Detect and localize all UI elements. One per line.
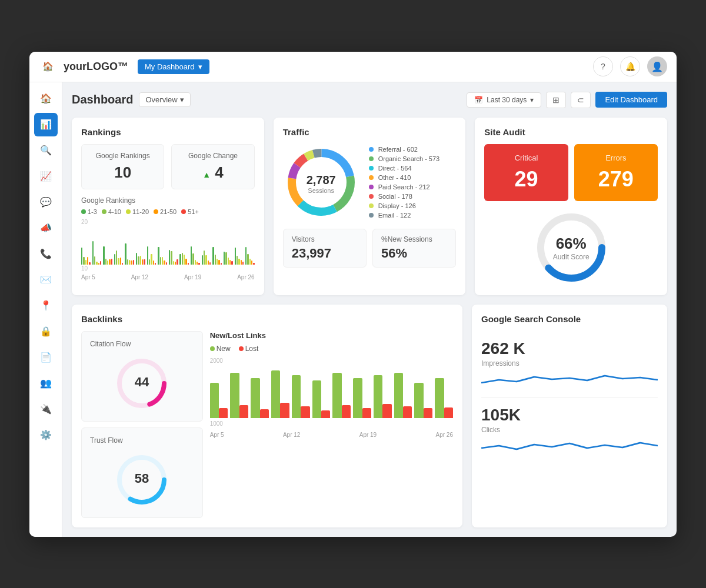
citation-flow-donut: 44 <box>90 354 194 413</box>
donut-center: 2,787 Sessions <box>307 173 336 193</box>
traffic-donut: 2,787 Sessions <box>283 144 359 223</box>
site-audit-title: Site Audit <box>484 127 658 137</box>
sidebar-item-users[interactable]: 👥 <box>34 372 58 395</box>
gsc-card: Google Search Console 262 K Impressions … <box>472 305 667 527</box>
sidebar-item-security[interactable]: 🔒 <box>34 320 58 343</box>
chart-view-button[interactable]: ⊞ <box>546 92 566 108</box>
traffic-sub-metrics: Visitors 23,997 %New Sessions 56% <box>283 229 457 268</box>
gsc-clicks: 105K Clicks <box>481 397 658 463</box>
avatar[interactable]: 👤 <box>647 56 667 76</box>
overview-dropdown[interactable]: Overview ▾ <box>139 92 190 107</box>
sidebar-item-search[interactable]: 🔍 <box>34 139 58 162</box>
sidebar: 🏠 📊 🔍 📈 💬 📣 📞 ✉️ 📍 🔒 📄 👥 🔌 ⚙️ <box>29 82 62 537</box>
sidebar-item-calls[interactable]: 📞 <box>34 242 58 266</box>
traffic-donut-section: 2,787 Sessions Referral - 602Organic Sea… <box>283 144 457 223</box>
new-lost-title: New/Lost Links <box>210 331 453 340</box>
flow-metrics: Citation Flow 44 Tru <box>81 331 203 518</box>
sidebar-item-location[interactable]: 📍 <box>34 294 58 318</box>
visitors-metric: Visitors 23,997 <box>283 229 367 268</box>
page-header: Dashboard Overview ▾ 📅 Last 30 days ▾ ⊞ … <box>72 92 667 108</box>
google-rankings-metric: Google Rankings 10 <box>81 144 164 189</box>
top-row: Rankings Google Rankings 10 Google Chang… <box>72 118 667 295</box>
sidebar-item-email[interactable]: ✉️ <box>34 268 58 292</box>
audit-score-center: 66% Audit Score <box>553 234 590 260</box>
traffic-title: Traffic <box>283 127 457 137</box>
gsc-impressions: 262 K Impressions <box>481 331 658 397</box>
audit-score: 66% Audit Score <box>484 209 658 286</box>
help-button[interactable]: ? <box>593 56 613 76</box>
edit-dashboard-button[interactable]: Edit Dashboard <box>595 92 667 108</box>
rankings-card: Rankings Google Rankings 10 Google Chang… <box>72 118 264 295</box>
audit-top-metrics: Critical 29 Errors 279 <box>484 144 658 201</box>
errors-stat: Errors 279 <box>574 144 658 201</box>
rankings-legend: 1-3 4-10 11-20 21-50 51+ <box>81 208 255 215</box>
traffic-card: Traffic 2,787 Sessions <box>274 118 466 295</box>
rankings-chart: 20 10 Apr 5Apr 12Apr 19Apr 26 <box>81 219 255 266</box>
dashboard-dropdown-button[interactable]: My Dashboard ▾ <box>138 59 209 74</box>
trust-flow-card: Trust Flow 58 <box>81 427 203 518</box>
new-sessions-metric: %New Sessions 56% <box>372 229 456 268</box>
google-change-metric: Google Change ▲ 4 <box>171 144 254 189</box>
rankings-x-labels: Apr 5Apr 12Apr 19Apr 26 <box>81 272 255 280</box>
critical-stat: Critical 29 <box>484 144 568 201</box>
sidebar-item-analytics[interactable]: 📈 <box>34 165 58 188</box>
traffic-legend: Referral - 602Organic Search - 573Direct… <box>369 146 440 221</box>
impressions-sparkline <box>481 371 658 389</box>
backlinks-card: Backlinks Citation Flow 44 <box>72 305 462 527</box>
rankings-chart-title: Google Rankings <box>81 196 255 205</box>
trust-flow-donut: 58 <box>90 450 194 509</box>
backlinks-content: Citation Flow 44 Tru <box>81 331 453 518</box>
notifications-button[interactable]: 🔔 <box>620 56 640 76</box>
sidebar-item-documents[interactable]: 📄 <box>34 346 58 369</box>
sidebar-item-dashboard[interactable]: 📊 <box>34 113 58 136</box>
backlinks-title: Backlinks <box>81 314 453 324</box>
sidebar-item-settings[interactable]: ⚙️ <box>34 423 58 447</box>
sidebar-item-campaigns[interactable]: 📣 <box>34 216 58 240</box>
share-button[interactable]: ⊂ <box>571 92 591 108</box>
gsc-title: Google Search Console <box>481 314 658 324</box>
clicks-sparkline <box>481 437 658 455</box>
logo: yourLOGO™ <box>64 61 128 73</box>
main-content: Dashboard Overview ▾ 📅 Last 30 days ▾ ⊞ … <box>62 82 677 537</box>
rankings-title: Rankings <box>81 127 255 137</box>
home-nav-icon[interactable]: 🏠 <box>39 58 56 75</box>
bottom-row: Backlinks Citation Flow 44 <box>72 305 667 527</box>
nl-x-labels: Apr 5Apr 12Apr 19Apr 26 <box>210 429 453 438</box>
sidebar-item-integrations[interactable]: 🔌 <box>34 397 58 421</box>
new-lost-legend: New Lost <box>210 345 453 353</box>
sidebar-item-chat[interactable]: 💬 <box>34 191 58 214</box>
site-audit-card: Site Audit Critical 29 Errors 279 <box>475 118 667 295</box>
page-title: Dashboard <box>72 93 133 106</box>
citation-flow-card: Citation Flow 44 <box>81 331 203 422</box>
svg-text:44: 44 <box>135 375 149 389</box>
new-lost-links: New/Lost Links New Lost 2000 1000 Apr 5A… <box>210 331 453 518</box>
date-range-button[interactable]: 📅 Last 30 days ▾ <box>467 92 541 108</box>
rankings-metrics: Google Rankings 10 Google Change ▲ 4 <box>81 144 255 189</box>
sidebar-item-home[interactable]: 🏠 <box>34 87 58 111</box>
svg-text:58: 58 <box>135 471 149 486</box>
